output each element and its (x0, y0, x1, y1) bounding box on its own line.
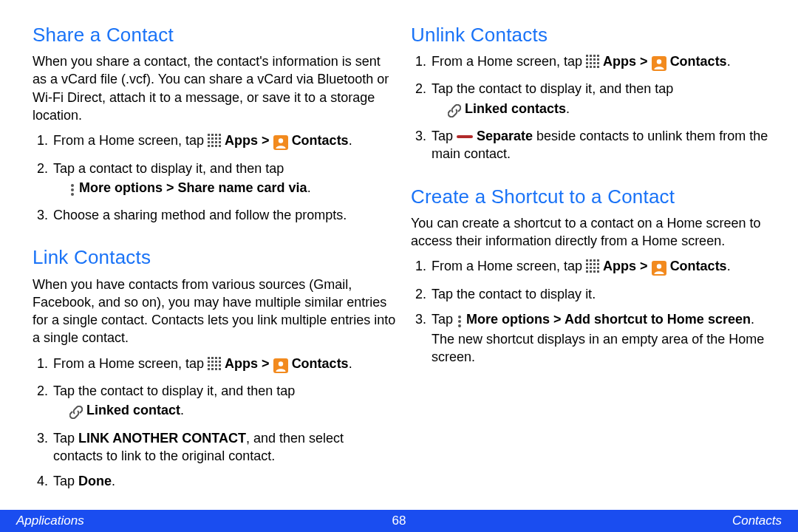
contacts-label: Contacts (292, 356, 349, 371)
footer-left: Applications (16, 513, 84, 530)
list-item: Tap LINK ANOTHER CONTACT, and then selec… (52, 429, 396, 466)
contacts-icon (652, 55, 666, 72)
linked-contact-label: Linked contact (86, 403, 180, 417)
footer-bar: Applications 68 Contacts (0, 510, 798, 532)
footer-right: Contacts (732, 513, 782, 530)
list-item: From a Home screen, tap Apps > Contacts. (430, 52, 774, 72)
separate-minus-icon (457, 135, 473, 138)
list-item: Tap the contact to display it. (430, 285, 774, 303)
step-text: . (727, 259, 731, 273)
steps-share-a-contact: From a Home screen, tap Apps > Contacts.… (33, 132, 396, 224)
two-column-layout: Share a Contact When you share a contact… (0, 0, 798, 510)
linked-contacts-label: Linked contacts (465, 101, 566, 116)
list-item: Tap the contact to display it, and then … (430, 80, 774, 120)
list-item: From a Home screen, tap Apps > Contacts. (52, 355, 396, 375)
page-number: 68 (392, 513, 406, 530)
step-text: Tap (432, 129, 457, 143)
step-text: Tap a contact to display it, and then ta… (53, 161, 284, 176)
heading-link-contacts: Link Contacts (33, 245, 396, 270)
left-column: Share a Contact When you share a contact… (33, 22, 396, 510)
heading-unlink-contacts: Unlink Contacts (411, 22, 774, 48)
contacts-icon (273, 357, 288, 375)
step-subline: More options > Share name card via. (53, 179, 396, 199)
contacts-label: Contacts (670, 259, 727, 273)
contacts-label: Contacts (670, 54, 727, 69)
more-options-label: More options > Share name card via (79, 180, 307, 195)
list-item: From a Home screen, tap Apps > Contacts. (430, 257, 774, 277)
apps-grid-icon (208, 357, 221, 375)
step-text: . (112, 474, 115, 488)
intro-share-a-contact: When you share a contact, the contact's … (33, 52, 396, 124)
contacts-icon (273, 134, 288, 151)
step-text: . (349, 356, 352, 371)
more-options-icon (457, 313, 463, 330)
step-text: Tap the contact to display it, and then … (432, 81, 673, 96)
steps-create-shortcut: From a Home screen, tap Apps > Contacts.… (411, 257, 774, 366)
list-item: Tap Done. (52, 472, 396, 490)
apps-grid-icon (208, 134, 221, 151)
steps-unlink-contacts: From a Home screen, tap Apps > Contacts.… (411, 52, 774, 163)
step-text: From a Home screen, tap (432, 259, 586, 273)
intro-link-contacts: When you have contacts from various sour… (33, 276, 396, 347)
step-text: . (180, 403, 184, 417)
list-item: Tap the contact to display it, and then … (52, 382, 396, 422)
link-icon (448, 102, 461, 120)
heading-share-a-contact: Share a Contact (33, 22, 396, 48)
step-text: Tap (53, 431, 78, 446)
apps-grid-icon (586, 259, 599, 277)
apps-grid-icon (586, 55, 599, 72)
list-item: Tap Separate beside contacts to unlink t… (430, 127, 774, 163)
add-shortcut-label: More options > Add shortcut to Home scre… (466, 312, 751, 327)
link-another-label: LINK ANOTHER CONTACT (78, 431, 246, 446)
step-subline: Linked contacts. (432, 100, 774, 120)
apps-label: Apps > (225, 133, 273, 148)
done-label: Done (78, 474, 112, 488)
step-text: Tap (53, 474, 78, 488)
contacts-icon (652, 259, 666, 277)
apps-label: Apps > (603, 54, 652, 69)
heading-create-shortcut: Create a Shortcut to a Contact (411, 184, 774, 210)
apps-label: Apps > (603, 259, 652, 273)
list-item: Tap a contact to display it, and then ta… (52, 160, 396, 200)
intro-create-shortcut: You can create a shortcut to a contact o… (411, 214, 774, 250)
steps-link-contacts: From a Home screen, tap Apps > Contacts.… (33, 355, 396, 491)
step-text: . (349, 133, 352, 148)
apps-label: Apps > (225, 356, 273, 371)
step-text: Tap the contact to display it, and then … (53, 383, 295, 398)
step-text: Tap the contact to display it. (432, 287, 596, 301)
separate-label: Separate (477, 129, 533, 143)
step-text: . (727, 54, 731, 69)
link-icon (69, 403, 83, 421)
document-page: Share a Contact When you share a contact… (0, 0, 798, 532)
more-options-icon (69, 181, 75, 199)
step-text: . (566, 101, 570, 116)
right-column: Unlink Contacts From a Home screen, tap … (411, 22, 774, 510)
step-text: From a Home screen, tap (432, 54, 586, 69)
step-text: From a Home screen, tap (53, 356, 208, 371)
list-item: From a Home screen, tap Apps > Contacts. (52, 132, 396, 151)
step-text: Tap (432, 312, 457, 327)
step-text: . (307, 180, 311, 195)
step-text: Choose a sharing method and follow the p… (53, 208, 347, 222)
step-subline: Linked contact. (53, 401, 396, 421)
step-text: From a Home screen, tap (53, 133, 208, 148)
list-item: Tap More options > Add shortcut to Home … (430, 310, 774, 366)
list-item: Choose a sharing method and follow the p… (52, 206, 396, 224)
contacts-label: Contacts (292, 133, 349, 148)
